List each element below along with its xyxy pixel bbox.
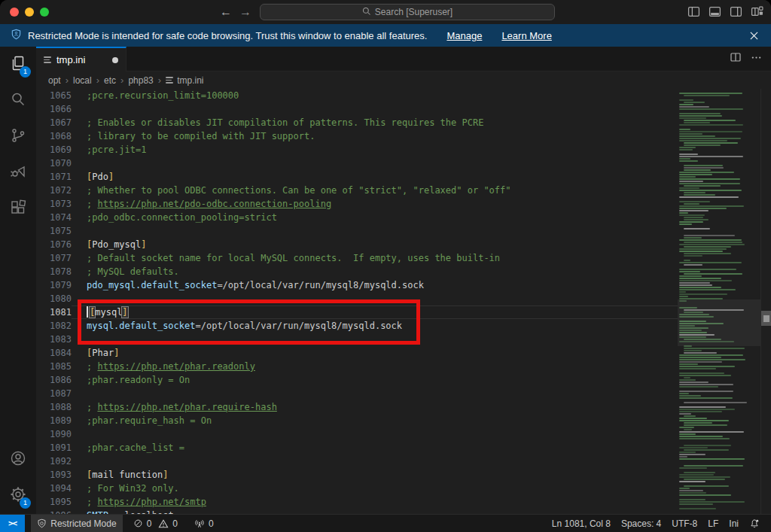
code-line[interactable]: 1066: [36, 102, 678, 116]
code-line[interactable]: 1096SMTP = localhost: [36, 509, 678, 514]
window-zoom-button[interactable]: [40, 8, 49, 17]
split-editor-button[interactable]: [730, 51, 742, 66]
remote-indicator[interactable]: ><: [0, 515, 25, 532]
tab-tmp-ini[interactable]: tmp.ini: [36, 47, 126, 71]
code-line[interactable]: 1086;phar.readonly = On: [36, 373, 678, 387]
indentation-status[interactable]: Spaces: 4: [616, 515, 666, 532]
line-content[interactable]: SMTP = localhost: [72, 509, 678, 514]
code-line[interactable]: 1068; library to be compiled with JIT su…: [36, 129, 678, 143]
code-line[interactable]: 1081[mysql]: [36, 306, 678, 319]
learn-more-link[interactable]: Learn More: [501, 30, 551, 41]
line-content[interactable]: [72, 157, 678, 170]
ports-status[interactable]: 0: [188, 515, 220, 532]
scrollbar-thumb[interactable]: [763, 315, 769, 322]
manage-link[interactable]: Manage: [446, 30, 482, 41]
search-view-button[interactable]: [0, 83, 36, 119]
line-content[interactable]: ; MySQL defaults.: [72, 265, 678, 278]
breadcrumb-item[interactable]: local: [73, 75, 92, 86]
code-line[interactable]: 1092: [36, 454, 678, 468]
code-line[interactable]: 1079pdo_mysql.default_socket=/opt/local/…: [36, 278, 678, 292]
navigate-forward-button[interactable]: →: [236, 3, 254, 21]
code-line[interactable]: 1073; https://php.net/pdo-odbc.connectio…: [36, 197, 678, 211]
line-content[interactable]: [72, 292, 678, 306]
code-line[interactable]: 1080: [36, 292, 678, 306]
toggle-panel-button[interactable]: [709, 5, 721, 18]
accounts-button[interactable]: [0, 442, 36, 478]
modified-dot-icon[interactable]: [112, 57, 118, 63]
line-content[interactable]: [Pdo]: [72, 170, 678, 184]
line-content[interactable]: [mysql]: [72, 306, 678, 319]
code-line[interactable]: 1067; Enables or disables JIT compilatio…: [36, 116, 678, 129]
breadcrumb-item[interactable]: opt: [48, 75, 61, 86]
code-line[interactable]: 1090: [36, 427, 678, 441]
banner-close-button[interactable]: [747, 29, 760, 42]
line-content[interactable]: [72, 333, 678, 346]
toggle-secondary-sidebar-button[interactable]: [730, 5, 742, 18]
command-center-search[interactable]: Search [Superuser]: [260, 4, 555, 20]
run-debug-view-button[interactable]: [0, 155, 36, 191]
line-content[interactable]: [72, 427, 678, 441]
breadcrumb-item[interactable]: etc: [104, 75, 116, 86]
code-line[interactable]: 1074;pdo_odbc.connection_pooling=strict: [36, 211, 678, 224]
code-line[interactable]: 1070: [36, 157, 678, 170]
breadcrumb-item[interactable]: php83: [128, 75, 153, 86]
source-control-view-button[interactable]: [0, 119, 36, 155]
code-editor[interactable]: 1065;pcre.recursion_limit=10000010661067…: [36, 89, 771, 514]
line-content[interactable]: mysql.default_socket=/opt/local/var/run/…: [72, 319, 678, 333]
line-content[interactable]: ; https://php.net/smtp: [72, 495, 678, 509]
line-content[interactable]: [Pdo_mysql]: [72, 238, 678, 251]
restricted-mode-status[interactable]: Restricted Mode: [31, 515, 122, 532]
eol-status[interactable]: LF: [702, 515, 724, 532]
code-line[interactable]: 1076[Pdo_mysql]: [36, 238, 678, 251]
line-content[interactable]: ;phar.require_hash = On: [72, 414, 678, 427]
code-line[interactable]: 1095; https://php.net/smtp: [36, 495, 678, 509]
more-actions-button[interactable]: [751, 52, 762, 66]
problems-status[interactable]: 0 0: [127, 515, 184, 532]
cursor-position-status[interactable]: Ln 1081, Col 8: [547, 515, 616, 532]
line-content[interactable]: ;pdo_odbc.connection_pooling=strict: [72, 211, 678, 224]
encoding-status[interactable]: UTF-8: [666, 515, 702, 532]
code-line[interactable]: 1089;phar.require_hash = On: [36, 414, 678, 427]
line-content[interactable]: ;phar.cache_list =: [72, 441, 678, 454]
toggle-primary-sidebar-button[interactable]: [687, 5, 700, 18]
code-line[interactable]: 1083: [36, 333, 678, 346]
line-content[interactable]: ; https://php.net/phar.require-hash: [72, 400, 678, 414]
code-line[interactable]: 1069;pcre.jit=1: [36, 143, 678, 157]
line-content[interactable]: [Phar]: [72, 346, 678, 360]
line-content[interactable]: [72, 387, 678, 400]
code-line[interactable]: 1071[Pdo]: [36, 170, 678, 184]
code-line[interactable]: 1075: [36, 224, 678, 238]
line-content[interactable]: ; https://php.net/pdo-odbc.connection-po…: [72, 197, 678, 211]
line-content[interactable]: [72, 454, 678, 468]
code-line[interactable]: 1077; Default socket name for local MySQ…: [36, 251, 678, 265]
extensions-view-button[interactable]: [0, 191, 36, 227]
notifications-button[interactable]: [744, 515, 765, 532]
line-content[interactable]: ;pcre.jit=1: [72, 143, 678, 157]
window-close-button[interactable]: [10, 8, 19, 17]
line-content[interactable]: [72, 224, 678, 238]
code-line[interactable]: 1087: [36, 387, 678, 400]
code-line[interactable]: 1091;phar.cache_list =: [36, 441, 678, 454]
line-content[interactable]: ; Enables or disables JIT compilation of…: [72, 116, 678, 129]
code-line[interactable]: 1094; For Win32 only.: [36, 482, 678, 495]
line-content[interactable]: ; library to be compiled with JIT suppor…: [72, 129, 678, 143]
explorer-view-button[interactable]: 1: [0, 47, 36, 83]
line-content[interactable]: ;phar.readonly = On: [72, 373, 678, 387]
code-line[interactable]: 1072; Whether to pool ODBC connections. …: [36, 184, 678, 197]
code-line[interactable]: 1085; https://php.net/phar.readonly: [36, 360, 678, 373]
code-line[interactable]: 1078; MySQL defaults.: [36, 265, 678, 278]
code-line[interactable]: 1065;pcre.recursion_limit=100000: [36, 89, 678, 102]
editor-scrollbar[interactable]: [760, 89, 771, 514]
line-content[interactable]: ; For Win32 only.: [72, 482, 678, 495]
language-mode-status[interactable]: Ini: [724, 515, 744, 532]
customize-layout-button[interactable]: [751, 5, 763, 18]
window-minimize-button[interactable]: [25, 8, 34, 17]
line-content[interactable]: ; Whether to pool ODBC connections. Can …: [72, 184, 678, 197]
code-line[interactable]: 1084[Phar]: [36, 346, 678, 360]
breadcrumb-file[interactable]: tmp.ini: [166, 75, 203, 86]
code-line[interactable]: 1088; https://php.net/phar.require-hash: [36, 400, 678, 414]
line-content[interactable]: [72, 102, 678, 116]
code-line[interactable]: 1093[mail function]: [36, 468, 678, 482]
line-content[interactable]: ; Default socket name for local MySQL co…: [72, 251, 678, 265]
line-content[interactable]: [mail function]: [72, 468, 678, 482]
